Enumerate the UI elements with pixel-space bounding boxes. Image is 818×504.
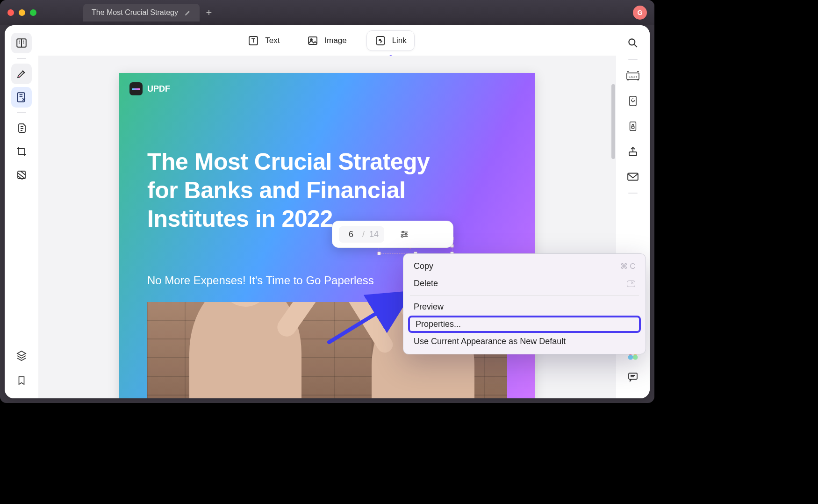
titlebar: The Most Crucial Strategy + G bbox=[0, 0, 654, 25]
svg-text:OCR: OCR bbox=[629, 75, 637, 79]
context-copy[interactable]: Copy ⌘ C bbox=[403, 258, 646, 275]
protect-button[interactable] bbox=[623, 116, 643, 137]
layers-button[interactable] bbox=[11, 345, 32, 366]
reader-mode-button[interactable] bbox=[11, 33, 32, 53]
page-number-input[interactable] bbox=[344, 229, 358, 240]
minimize-window-button[interactable] bbox=[19, 9, 25, 16]
resize-handle[interactable] bbox=[377, 252, 381, 255]
tool-image[interactable]: Image bbox=[299, 31, 354, 50]
title-line: The Most Crucial Strategy bbox=[147, 149, 430, 175]
page-subtitle: No More Expenses! It's Time to Go Paperl… bbox=[147, 274, 374, 287]
context-properties[interactable]: Properties... bbox=[408, 316, 641, 333]
page-separator: / bbox=[362, 230, 365, 239]
context-delete-label: Delete bbox=[414, 279, 438, 288]
sidebar-divider bbox=[17, 112, 26, 113]
comment-button[interactable] bbox=[623, 367, 643, 387]
tool-text-label: Text bbox=[265, 36, 280, 45]
image-icon bbox=[307, 35, 319, 47]
link-icon bbox=[374, 35, 387, 47]
tool-link-label: Link bbox=[392, 36, 407, 45]
title-line: Institutes in 2022 bbox=[147, 206, 333, 232]
sidebar-divider bbox=[628, 193, 638, 194]
crop-tool-button[interactable] bbox=[11, 141, 32, 162]
context-delete[interactable]: Delete bbox=[403, 275, 646, 292]
brand-icon bbox=[129, 82, 143, 95]
share-button[interactable] bbox=[623, 141, 643, 162]
sidebar-divider bbox=[628, 59, 638, 60]
context-copy-label: Copy bbox=[414, 261, 433, 271]
svg-rect-4 bbox=[309, 37, 317, 44]
context-preview-label: Preview bbox=[414, 302, 444, 312]
tab-strip: The Most Crucial Strategy + bbox=[83, 4, 215, 22]
tab-title: The Most Crucial Strategy bbox=[92, 8, 178, 17]
tool-link[interactable]: Link bbox=[366, 30, 415, 51]
svg-point-7 bbox=[629, 39, 635, 45]
app-window: The Most Crucial Strategy + G bbox=[0, 0, 654, 403]
delete-icon bbox=[627, 281, 635, 287]
tool-image-label: Image bbox=[324, 36, 346, 45]
sidebar-divider bbox=[17, 58, 26, 59]
context-use-default[interactable]: Use Current Appearance as New Default bbox=[403, 333, 646, 350]
left-sidebar bbox=[5, 25, 38, 398]
close-window-button[interactable] bbox=[7, 9, 14, 16]
page-title: The Most Crucial Strategy for Banks and … bbox=[147, 148, 507, 233]
svg-rect-12 bbox=[631, 126, 634, 129]
svg-point-18 bbox=[402, 236, 403, 238]
convert-button[interactable] bbox=[623, 91, 643, 111]
context-preview[interactable]: Preview bbox=[403, 298, 646, 316]
brand-logo: UPDF bbox=[129, 82, 170, 95]
svg-rect-14 bbox=[628, 173, 638, 180]
context-divider bbox=[410, 295, 639, 295]
link-settings-button[interactable] bbox=[398, 228, 411, 241]
text-icon bbox=[247, 35, 259, 47]
svg-rect-10 bbox=[630, 96, 636, 106]
page-target-field[interactable]: / 14 bbox=[339, 226, 384, 243]
avatar-initial: G bbox=[638, 9, 643, 16]
search-button[interactable] bbox=[623, 33, 643, 53]
context-properties-label: Properties... bbox=[416, 319, 461, 329]
rename-icon[interactable] bbox=[185, 9, 191, 16]
popover-divider bbox=[391, 228, 391, 241]
redact-tool-button[interactable] bbox=[11, 165, 32, 185]
svg-rect-15 bbox=[629, 373, 637, 379]
link-target-popover: / 14 bbox=[332, 221, 453, 248]
svg-point-17 bbox=[405, 233, 407, 235]
avatar[interactable]: G bbox=[633, 6, 647, 20]
highlighter-tool-button[interactable] bbox=[11, 64, 32, 84]
page-total: 14 bbox=[369, 230, 379, 239]
svg-rect-13 bbox=[629, 152, 637, 156]
pages-panel-button[interactable] bbox=[11, 118, 32, 138]
window-controls bbox=[7, 9, 36, 16]
context-use-default-label: Use Current Appearance as New Default bbox=[414, 337, 566, 346]
email-button[interactable] bbox=[623, 166, 643, 187]
bookmark-button[interactable] bbox=[11, 370, 32, 391]
document-tab[interactable]: The Most Crucial Strategy bbox=[83, 4, 200, 22]
scrollbar[interactable] bbox=[611, 84, 615, 159]
edit-toolbar: Text Image Link bbox=[38, 25, 616, 56]
context-menu: Copy ⌘ C Delete Preview Properties... Us… bbox=[403, 253, 646, 354]
edit-tool-button[interactable] bbox=[11, 87, 32, 108]
brand-label: UPDF bbox=[147, 84, 170, 94]
zoom-window-button[interactable] bbox=[30, 9, 36, 16]
photo-person bbox=[189, 302, 301, 398]
ocr-button[interactable]: OCR bbox=[623, 65, 643, 86]
tool-text[interactable]: Text bbox=[240, 31, 287, 50]
new-tab-button[interactable]: + bbox=[202, 6, 215, 19]
app-body: Text Image Link bbox=[5, 25, 650, 398]
title-line: for Banks and Financial bbox=[147, 177, 406, 203]
svg-point-16 bbox=[402, 231, 404, 233]
context-copy-shortcut: ⌘ C bbox=[620, 262, 635, 271]
